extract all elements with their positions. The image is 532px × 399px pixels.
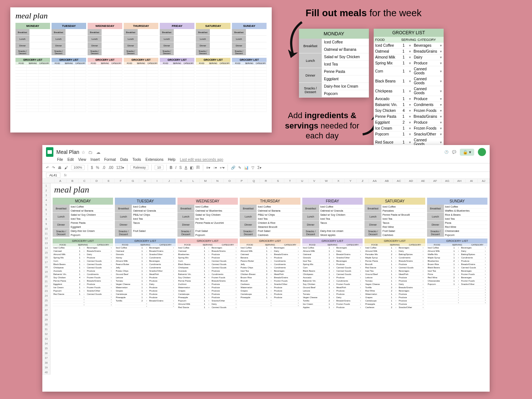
- col-letter[interactable]: L: [187, 179, 200, 183]
- chevron-down-icon[interactable]: ▾: [359, 250, 363, 252]
- chevron-down-icon[interactable]: ▾: [421, 270, 425, 272]
- chevron-down-icon[interactable]: ▾: [269, 260, 273, 262]
- meal-cell[interactable]: Fruit Salad: [194, 229, 238, 233]
- chevron-down-icon[interactable]: ▾: [207, 247, 211, 249]
- chevron-down-icon[interactable]: ▾: [359, 270, 363, 272]
- grocery-row[interactable]: Soy Chicken4▾Frozen Foods▾: [53, 276, 113, 279]
- grocery-row[interactable]: Almond Milk1▾Dairy▾: [177, 303, 238, 306]
- col-letter[interactable]: I: [151, 179, 163, 183]
- chevron-down-icon[interactable]: ▾: [438, 61, 444, 65]
- row-number[interactable]: 30: [42, 322, 50, 327]
- grocery-row[interactable]: Popcorn1▾Snacks/Other▾: [177, 299, 238, 303]
- chevron-down-icon[interactable]: ▾: [269, 280, 273, 282]
- grocery-row[interactable]: Popcorn1▾Snacks/Other▾: [53, 289, 113, 293]
- last-edit[interactable]: Last edit was seconds ago: [180, 158, 223, 162]
- grocery-row[interactable]: Iced Tea1▾Beverages▾: [364, 269, 425, 273]
- chevron-down-icon[interactable]: ▾: [421, 253, 425, 255]
- chevron-down-icon[interactable]: ▾: [421, 293, 425, 295]
- meal-cell[interactable]: Tacos: [319, 221, 363, 225]
- grocery-row[interactable]: Potato Chips1▾Snacks/Other▾: [115, 269, 175, 273]
- grocery-row[interactable]: Penne Pasta1▾Breads/Grains▾: [53, 279, 113, 283]
- chevron-down-icon[interactable]: ▾: [438, 55, 444, 59]
- grocery-row[interactable]: Cantaloupe1▾Produce▾: [115, 293, 175, 296]
- meal-cell[interactable]: Iced Tea: [257, 217, 300, 220]
- chevron-down-icon[interactable]: ▾: [82, 257, 86, 259]
- grocery-row[interactable]: Vegan Cheese1▾Dairy▾: [302, 296, 363, 299]
- row-number[interactable]: 33: [42, 336, 50, 341]
- chevron-down-icon[interactable]: ▾: [269, 293, 273, 295]
- chevron-down-icon[interactable]: ▾: [407, 140, 413, 144]
- grocery-row[interactable]: Ice Cream1▾Frozen Foods▾: [53, 286, 113, 289]
- chevron-down-icon[interactable]: ▾: [296, 257, 300, 259]
- grocery-row[interactable]: Brown Rice1▾Breads/Grains▾: [240, 276, 300, 279]
- grocery-row[interactable]: Red Sauce1▾Canned Goods▾: [364, 266, 425, 269]
- chevron-down-icon[interactable]: ▾: [332, 273, 335, 275]
- star-icon[interactable]: ☆: [81, 150, 85, 155]
- grocery-row[interactable]: Grapes1▾Produce▾: [177, 289, 238, 293]
- grocery-row[interactable]: Black Beans1▾Canned Goods▾: [374, 76, 444, 86]
- chevron-down-icon[interactable]: ▾: [82, 293, 86, 295]
- grocery-row[interactable]: Red Sauce1▾Canned Goods▾: [177, 306, 238, 309]
- chevron-down-icon[interactable]: ▾: [394, 293, 398, 295]
- grocery-row[interactable]: Spring Mix1▾Produce▾: [53, 256, 113, 259]
- chevron-down-icon[interactable]: ▾: [457, 283, 460, 285]
- chevron-down-icon[interactable]: ▾: [269, 270, 273, 272]
- row-number[interactable]: 21: [42, 279, 50, 284]
- grocery-row[interactable]: Iced Coffee1▾Beverages▾: [364, 246, 425, 250]
- col-letter[interactable]: R: [260, 179, 272, 183]
- grocery-row[interactable]: Oatmeal1▾Breads/Grains▾: [53, 250, 113, 253]
- grocery-row[interactable]: Black Beans1▾Canned Goods▾: [177, 263, 238, 266]
- chevron-down-icon[interactable]: ▾: [394, 273, 398, 275]
- row-number[interactable]: 20: [42, 274, 50, 279]
- chevron-down-icon[interactable]: ▾: [145, 290, 148, 292]
- font-select[interactable]: Raleway: [130, 165, 148, 170]
- chevron-down-icon[interactable]: ▾: [234, 300, 238, 302]
- chevron-down-icon[interactable]: ▾: [296, 270, 300, 272]
- chevron-down-icon[interactable]: ▾: [457, 280, 460, 282]
- row-number[interactable]: 22: [42, 284, 50, 289]
- menu-help[interactable]: Help: [168, 158, 176, 162]
- meal-cell[interactable]: Oatmeal w/ Blueberries: [194, 209, 238, 212]
- meal-cell[interactable]: Penne Pasta: [70, 221, 113, 225]
- grocery-row[interactable]: Red Sauce1▾Canned Goods▾: [53, 293, 113, 296]
- chevron-down-icon[interactable]: ▾: [145, 253, 148, 255]
- chevron-down-icon[interactable]: ▾: [207, 270, 211, 272]
- row-number[interactable]: 24: [42, 293, 50, 298]
- grocery-row[interactable]: Peanut Butter1▾Condiments▾: [240, 259, 300, 263]
- col-letter[interactable]: AI: [466, 179, 478, 183]
- grocery-row[interactable]: Chicken Breast2▾Meat/Fish▾: [240, 273, 300, 276]
- chevron-down-icon[interactable]: ▾: [421, 263, 425, 265]
- chevron-down-icon[interactable]: ▾: [359, 257, 363, 259]
- chevron-down-icon[interactable]: ▾: [207, 283, 211, 285]
- chevron-down-icon[interactable]: ▾: [109, 290, 113, 292]
- grocery-row[interactable]: Almond Milk1▾Dairy▾: [240, 250, 300, 253]
- chevron-down-icon[interactable]: ▾: [109, 280, 113, 282]
- meal-cell[interactable]: Fruit Salad: [257, 229, 300, 233]
- chevron-down-icon[interactable]: ▾: [234, 306, 238, 308]
- meal-cell[interactable]: Iced Coffee: [444, 205, 487, 209]
- bold-icon[interactable]: B: [170, 166, 172, 170]
- chevron-down-icon[interactable]: ▾: [234, 280, 238, 282]
- grocery-row[interactable]: Balsamic Vin.1▾Condiments▾: [177, 273, 238, 276]
- grocery-row[interactable]: Zuchinni2▾Produce▾: [177, 283, 238, 286]
- chevron-down-icon[interactable]: ▾: [234, 266, 238, 269]
- chevron-down-icon[interactable]: ▾: [407, 109, 413, 113]
- chevron-down-icon[interactable]: ▾: [172, 257, 175, 259]
- meal-item[interactable]: Eggplant: [322, 75, 369, 82]
- col-letter[interactable]: AD: [405, 179, 417, 183]
- chevron-down-icon[interactable]: ▾: [394, 247, 398, 249]
- chevron-down-icon[interactable]: ▾: [332, 303, 335, 305]
- grocery-row[interactable]: Soy Chicken4▾Frozen Foods▾: [302, 283, 363, 286]
- row-number[interactable]: 31: [42, 327, 50, 332]
- grocery-row[interactable]: Iced Coffee1▾Beverages▾: [302, 246, 363, 250]
- chevron-down-icon[interactable]: ▾: [457, 250, 460, 252]
- meal-cell[interactable]: [132, 225, 175, 229]
- chevron-down-icon[interactable]: ▾: [394, 306, 398, 308]
- grocery-row[interactable]: Black Beans1▾Canned Goods▾: [302, 269, 363, 273]
- chevron-down-icon[interactable]: ▾: [172, 247, 175, 249]
- chevron-down-icon[interactable]: ▾: [234, 247, 238, 249]
- row-number[interactable]: 13: [42, 241, 50, 246]
- chevron-down-icon[interactable]: ▾: [269, 286, 273, 289]
- chevron-down-icon[interactable]: ▾: [421, 276, 425, 279]
- col-letter[interactable]: T: [284, 179, 296, 183]
